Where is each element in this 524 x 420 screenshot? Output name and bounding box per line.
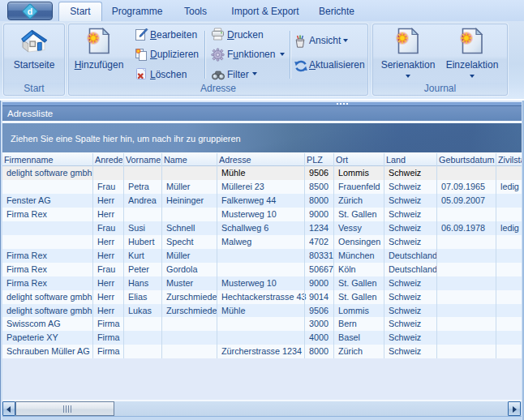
svg-text:d: d — [28, 6, 32, 16]
